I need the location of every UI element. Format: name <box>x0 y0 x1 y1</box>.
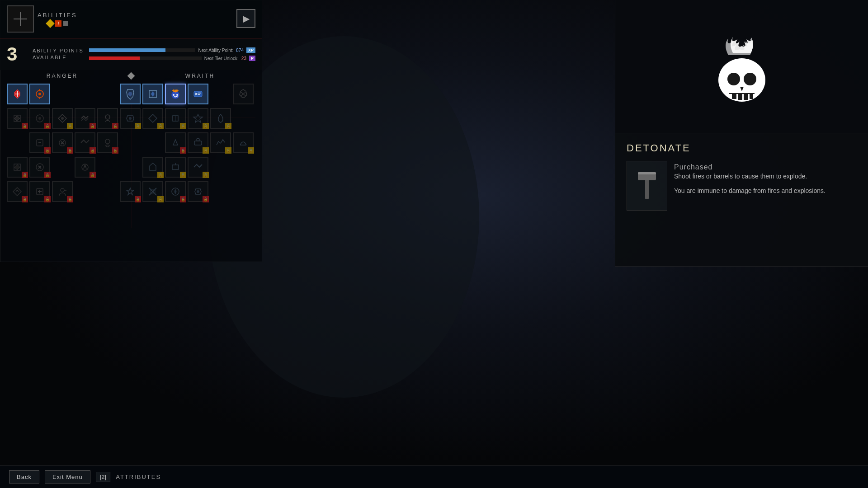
skill-name: DETONATE <box>627 142 857 154</box>
skill-w4-1[interactable]: 🔒 <box>142 157 163 178</box>
skill-row-4: 🔒 🔒 🔒 🔒 🔒 🔒 <box>7 157 255 178</box>
svg-rect-37 <box>172 165 179 169</box>
nav-arrow-button[interactable]: ▶ <box>236 9 255 28</box>
progress-bars: Next Ability Point: 874 XP Next Tier Unl… <box>89 47 255 61</box>
skill-desc-1: Shoot fires or barrels to cause them to … <box>674 171 826 181</box>
lock-icon-28: 🔒 <box>157 196 164 202</box>
svg-point-51 <box>727 73 740 85</box>
lock-icon-11: 🔒 <box>67 147 73 154</box>
skill-r5-1[interactable]: 🔒 <box>7 181 28 202</box>
lock-icon-22: 🔒 <box>180 172 186 178</box>
lock-icon-23: 🔒 <box>203 172 209 178</box>
svg-point-22 <box>61 117 64 120</box>
svg-point-14 <box>176 94 178 96</box>
skill-w2-2[interactable]: 🔒 <box>142 108 163 129</box>
purchased-label: Purchased <box>674 161 826 171</box>
skill-r4-1[interactable]: 🔒 <box>7 157 28 178</box>
points-label: ABILITY POINTS AVAILABLE <box>33 47 84 61</box>
skill-r4-2[interactable]: 🔒 <box>29 157 50 178</box>
lock-icon-26: 🔒 <box>67 196 73 202</box>
svg-point-23 <box>105 115 110 119</box>
skill-w2-1[interactable]: 🔒 <box>120 108 141 129</box>
skill-thumbnail-icon <box>633 165 660 206</box>
exit-menu-button[interactable]: Exit Menu <box>45 470 90 483</box>
skill-w4-2[interactable]: 🔒 <box>165 157 186 178</box>
skill-r2-3[interactable]: 🔒 <box>52 108 73 129</box>
tier-progress-row: Next Tier Unlock: 23 P <box>89 56 255 61</box>
skill-r3-3[interactable]: 🔒 <box>75 132 95 153</box>
skill-w4-3[interactable]: 🔒 <box>188 157 208 178</box>
svg-rect-60 <box>638 172 656 174</box>
skill-status-area: Purchased Shoot fires or barrels to caus… <box>627 161 857 211</box>
skill-row-1 <box>7 84 255 104</box>
square-icon <box>63 21 68 26</box>
skill-ranger-1[interactable] <box>7 84 28 104</box>
skill-ranger-2[interactable] <box>29 84 50 104</box>
ranger-header: RANGER <box>0 70 124 82</box>
wraith-header: WRAITH <box>138 70 262 82</box>
skill-w3-3[interactable]: 🔒 <box>210 132 231 153</box>
skill-w5-3[interactable]: 🔒 <box>165 181 186 202</box>
next-point-label: Next Ability Point: <box>198 48 233 53</box>
skill-r5-2[interactable]: 🔒 <box>29 181 50 202</box>
svg-point-7 <box>38 93 41 95</box>
skill-r2-4[interactable]: 🔒 <box>75 108 95 129</box>
skill-r2-1[interactable]: 🔒 <box>7 108 28 129</box>
skill-wraith-1[interactable] <box>120 84 141 104</box>
svg-point-13 <box>173 94 175 96</box>
skill-w5-4[interactable]: 🔒 <box>188 181 208 202</box>
svg-rect-15 <box>194 91 202 97</box>
lock-icon-16: 🔒 <box>225 147 231 154</box>
lock-icon-2: 🔒 <box>44 123 51 129</box>
skill-r3-4[interactable]: 🔒 <box>97 132 118 153</box>
lock-icon-19: 🔒 <box>44 172 51 178</box>
svg-rect-56 <box>750 94 753 99</box>
ability-points-row: 3 ABILITY POINTS AVAILABLE Next Ability … <box>0 38 262 70</box>
xp-bar-fill <box>89 48 166 52</box>
bottom-bar: Back Exit Menu [2] ATTRIBUTES <box>0 465 868 488</box>
diamond-divider-icon <box>127 72 135 80</box>
skill-r2-5[interactable]: 🔒 <box>97 108 118 129</box>
lock-icon-30: 🔒 <box>203 196 209 202</box>
skill-r2-2[interactable]: 🔒 <box>29 108 50 129</box>
svg-marker-44 <box>127 188 134 195</box>
skill-w5-2[interactable]: 🔒 <box>142 181 163 202</box>
header-bar: ABILITIES ! ▶ <box>0 0 262 38</box>
svg-point-24 <box>129 117 132 120</box>
lock-icon-15: 🔒 <box>203 147 209 154</box>
xp-progress-row: Next Ability Point: 874 XP <box>89 47 255 53</box>
skill-r5-3[interactable]: 🔒 <box>52 181 73 202</box>
skill-w2-3[interactable]: 🔒 <box>165 108 186 129</box>
skill-r4-3[interactable]: 🔒 <box>75 157 95 178</box>
exclamation-icon: ! <box>55 20 61 27</box>
skill-grid: 🔒 🔒 🔒 🔒 🔒 🔒 🔒 🔒 <box>7 84 255 206</box>
lock-icon-7: 🔒 <box>180 123 186 129</box>
lock-icon-9: 🔒 <box>225 123 231 129</box>
section-headers: RANGER WRAITH <box>0 70 262 82</box>
skill-row-2: 🔒 🔒 🔒 🔒 🔒 🔒 🔒 🔒 <box>7 108 255 129</box>
skill-wraith-3[interactable] <box>188 84 208 104</box>
skill-w3-4[interactable]: 🔒 <box>233 132 254 153</box>
lock-icon: 🔒 <box>22 123 28 129</box>
back-button[interactable]: Back <box>9 470 39 483</box>
lock-icon-17: 🔒 <box>248 147 254 154</box>
skill-row-3: 🔒 🔒 🔒 🔒 🔒 🔒 🔒 🔒 <box>7 132 255 153</box>
lock-icon-24: 🔒 <box>22 196 28 202</box>
skill-r3-1[interactable]: 🔒 <box>29 132 50 153</box>
svg-point-49 <box>197 190 199 193</box>
abilities-label: ABILITIES <box>38 12 77 19</box>
svg-rect-32 <box>194 141 202 145</box>
skill-wraith-locked-1[interactable] <box>233 84 254 104</box>
skill-w2-5[interactable]: 🔒 <box>210 108 231 129</box>
abilities-icons: ! <box>38 20 77 27</box>
skill-r3-2[interactable]: 🔒 <box>52 132 73 153</box>
tier-bar-fill <box>89 56 140 60</box>
skill-w2-4[interactable]: 🔒 <box>188 108 208 129</box>
skill-wraith-selected[interactable] <box>165 84 186 104</box>
svg-point-31 <box>105 139 110 144</box>
skill-wraith-2[interactable] <box>142 84 163 104</box>
header-icon <box>7 5 34 33</box>
skill-w3-1[interactable]: 🔒 <box>165 132 186 153</box>
skill-w5-1[interactable]: 🔒 <box>120 181 141 202</box>
skill-w3-2[interactable]: 🔒 <box>188 132 208 153</box>
